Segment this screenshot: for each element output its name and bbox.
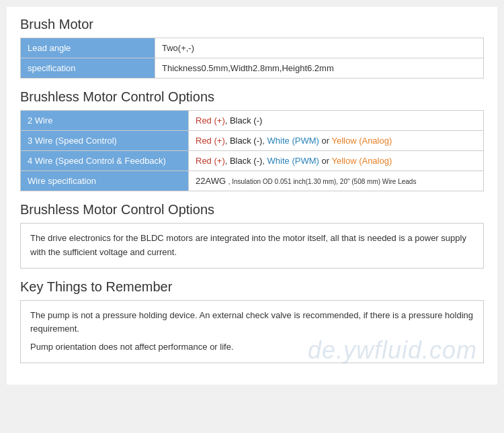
table-row: 2 Wire Red (+), Black (-) [21,111,484,131]
key-things-box: The pump is not a pressure holding devic… [20,300,484,363]
specification-value: Thickness0.5mm,Width2.8mm,Height6.2mm [155,58,484,79]
key-thing-2: Pump orientation does not affect perform… [30,340,474,354]
3wire-value: Red (+), Black (-), White (PWM) or Yello… [189,131,484,151]
2wire-red: Red (+) [196,115,225,126]
table-row: 4 Wire (Speed Control & Feedback) Red (+… [21,151,484,171]
table-row: Lead angle Two(+,-) [21,38,484,58]
4wire-label: 4 Wire (Speed Control & Feedback) [21,151,189,171]
table-row: specification Thickness0.5mm,Width2.8mm,… [21,58,484,79]
brush-motor-title: Brush Motor [20,17,484,32]
4wire-yellow: Yellow (Analog) [331,156,392,166]
4wire-black: Black (-) [230,156,262,166]
brushless-description-box: The drive electronics for the BLDC motor… [20,223,484,269]
2wire-black: Black (-) [230,115,262,126]
wire-spec-value: 22AWG , Insulation OD 0.051 inch(1.30 mm… [189,171,484,191]
3wire-yellow: Yellow (Analog) [331,136,392,146]
4wire-white: White (PWM) [267,156,319,166]
4wire-or: or [321,156,331,166]
table-row: Wire specification 22AWG , Insulation OD… [21,171,484,191]
wire-spec-detail: , Insulation OD 0.051 inch(1.30 mm), 20"… [228,178,417,185]
4wire-red: Red (+) [196,156,225,166]
lead-angle-label: Lead angle [21,38,155,58]
key-things-title: Key Things to Remember [20,279,484,295]
brushless-description-text: The drive electronics for the BLDC motor… [30,233,466,257]
lead-angle-text: Two(+,-) [162,43,194,53]
3wire-or: or [321,136,331,146]
3wire-label: 3 Wire (Speed Control) [21,131,189,151]
2wire-label: 2 Wire [21,111,189,131]
page-wrapper: Brush Motor Lead angle Two(+,-) specific… [7,7,497,385]
2wire-value: Red (+), Black (-) [189,111,484,131]
wire-spec-main: 22AWG [196,176,226,186]
specification-label: specification [21,58,155,79]
key-thing-1: The pump is not a pressure holding devic… [30,309,474,337]
lead-angle-value: Two(+,-) [155,38,484,58]
3wire-red: Red (+) [196,136,225,146]
3wire-white: White (PWM) [267,136,319,146]
wire-spec-label: Wire specification [21,171,189,191]
4wire-value: Red (+), Black (-), White (PWM) or Yello… [189,151,484,171]
specification-text: Thickness0.5mm,Width2.8mm,Height6.2mm [162,63,334,73]
brush-motor-table: Lead angle Two(+,-) specification Thickn… [20,38,484,79]
brushless-description-title: Brushless Motor Control Options [20,202,484,218]
brushless-options-table: 2 Wire Red (+), Black (-) 3 Wire (Speed … [20,110,484,191]
3wire-black: Black (-) [230,136,262,146]
brushless-options-title: Brushless Motor Control Options [20,89,484,105]
table-row: 3 Wire (Speed Control) Red (+), Black (-… [21,131,484,151]
